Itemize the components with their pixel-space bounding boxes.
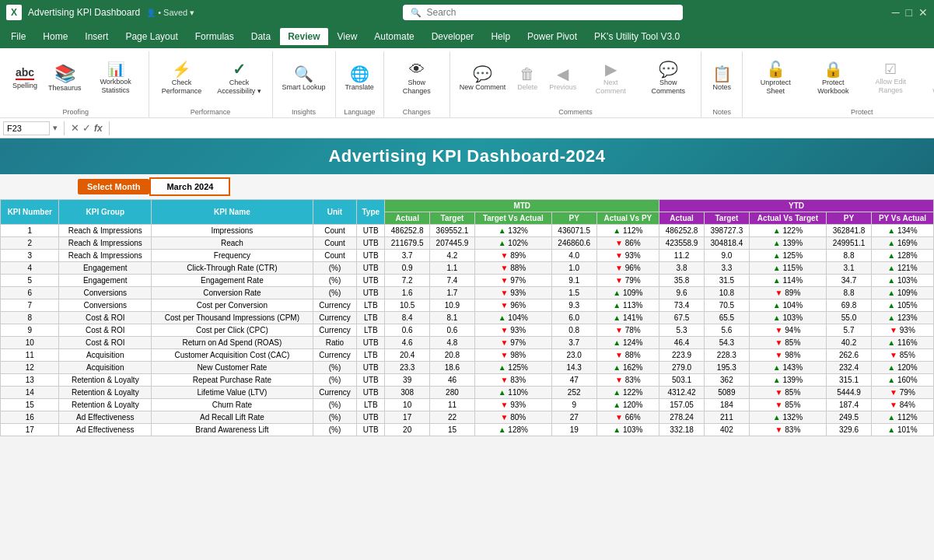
ribbon-group-comments: 💬 New Comment 🗑 Delete ◀ Previous ▶ Next… (450, 51, 702, 117)
smart-lookup-button[interactable]: 🔍 Smart Lookup (278, 63, 331, 95)
kpi-group-cell: Cost & ROI (59, 337, 152, 349)
dashboard-title: Advertising KPI Dashboard-2024 (0, 138, 934, 174)
mtd-avpy-cell: ▲ 109% (596, 287, 659, 299)
ytd-target-cell: 362 (704, 374, 749, 387)
allow-edit-ranges-button[interactable]: ☑ Allow Edit Ranges (862, 59, 918, 98)
mtd-tva-cell: ▼ 93% (474, 399, 551, 411)
mtd-py-cell: 9 (551, 399, 596, 411)
mtd-tva-cell: ▼ 96% (474, 299, 551, 312)
check-accessibility-button[interactable]: ✓ Check Accessibility ▾ (212, 58, 268, 99)
menu-developer[interactable]: Developer (424, 28, 482, 45)
ytd-py-cell: 329.6 (827, 424, 872, 436)
search-bar[interactable]: 🔍 (403, 5, 683, 20)
kpi-num-cell: 13 (1, 374, 59, 387)
unit-cell: Currency (313, 387, 357, 399)
kpi-group-cell: Retention & Loyalty (59, 374, 152, 387)
type-cell: UTB (357, 411, 385, 424)
kpi-group-header: KPI Group (59, 200, 152, 225)
ytd-py-cell: 3.1 (827, 262, 872, 275)
unshare-workbook-button[interactable]: 👤 Unshare Workbook (920, 58, 934, 99)
ytd-py-cell: 262.6 (827, 349, 872, 362)
ytd-py-cell: 55.0 (827, 312, 872, 324)
table-row: 17 Ad Effectiveness Brand Awareness Lift… (1, 424, 934, 436)
mtd-py-cell: 436071.5 (551, 225, 596, 237)
mtd-actual-cell: 0.6 (385, 324, 430, 337)
mtd-actual-cell: 486252.8 (385, 225, 430, 237)
kpi-name-cell: Customer Acquisition Cost (CAC) (152, 349, 313, 362)
translate-button[interactable]: 🌐 Translate (341, 63, 379, 95)
spelling-button[interactable]: abc Spelling (8, 64, 42, 93)
show-changes-button[interactable]: 👁 Show Changes (389, 58, 445, 99)
notes-icon: 📋 (712, 66, 732, 82)
ytd-actual-cell: 46.4 (659, 337, 705, 349)
mtd-actual-cell: 8.4 (385, 312, 430, 324)
ytd-avt-cell: ▼ 98% (749, 349, 826, 362)
menu-pk-utility[interactable]: PK's Utility Tool V3.0 (586, 28, 687, 45)
workbook-statistics-button[interactable]: 📊 Workbook Statistics (88, 59, 144, 98)
mtd-py-cell: 19 (551, 424, 596, 436)
table-row: 8 Cost & ROI Cost per Thousand Impressio… (1, 312, 934, 324)
confirm-formula-icon[interactable]: ✓ (82, 122, 91, 134)
insights-label: Insights (278, 106, 331, 116)
search-input[interactable] (426, 7, 675, 18)
previous-button[interactable]: ◀ Previous (544, 63, 581, 95)
menu-formulas[interactable]: Formulas (187, 28, 242, 45)
mtd-target-cell: 15 (430, 424, 475, 436)
kpi-num-cell: 12 (1, 362, 59, 374)
notes-buttons: 📋 Notes (706, 51, 737, 106)
unshare-workbook-label: Unshare Workbook (925, 79, 934, 96)
menu-insert[interactable]: Insert (77, 28, 116, 45)
select-month-button[interactable]: Select Month (78, 179, 149, 194)
menu-help[interactable]: Help (483, 28, 518, 45)
menu-automate[interactable]: Automate (366, 28, 422, 45)
unprotect-sheet-button[interactable]: 🔓 Unprotect Sheet (747, 58, 803, 99)
ytd-py-cell: 249.5 (827, 411, 872, 424)
ytd-pvsa-cell: ▲ 109% (871, 287, 933, 299)
ytd-pvsa-cell: ▲ 105% (871, 299, 933, 312)
show-comments-button[interactable]: 💬 Show Comments (640, 58, 696, 99)
next-comment-button[interactable]: ▶ Next Comment (582, 58, 638, 99)
kpi-num-cell: 4 (1, 262, 59, 275)
filename: Advertising KPI Dashboard (28, 7, 140, 18)
kpi-group-cell: Conversions (59, 287, 152, 299)
save-status: 👤 • Saved ▾ (146, 8, 194, 18)
menu-power-pivot[interactable]: Power Pivot (519, 28, 585, 45)
check-performance-button[interactable]: ⚡ Check Performance (154, 58, 210, 99)
kpi-name-header: KPI Name (152, 200, 313, 225)
mtd-py-cell: 23.0 (551, 349, 596, 362)
selected-month-value: March 2024 (149, 177, 230, 196)
ytd-target-cell: 54.3 (704, 337, 749, 349)
menu-data[interactable]: Data (243, 28, 278, 45)
app-logo: X (6, 5, 22, 20)
cancel-formula-icon[interactable]: ✕ (71, 122, 79, 134)
kpi-num-cell: 11 (1, 349, 59, 362)
menu-home[interactable]: Home (35, 28, 75, 45)
mtd-target-header: Target (430, 212, 475, 225)
menu-page-layout[interactable]: Page Layout (117, 28, 185, 45)
mtd-tva-cell: ▲ 128% (474, 424, 551, 436)
new-comment-button[interactable]: 💬 New Comment (455, 63, 511, 95)
check-performance-icon: ⚡ (172, 61, 191, 77)
kpi-table-wrapper[interactable]: KPI Number KPI Group KPI Name Unit Type … (0, 199, 934, 436)
menu-view[interactable]: View (330, 28, 366, 45)
expand-icon[interactable]: ▾ (53, 123, 58, 133)
notes-button[interactable]: 📋 Notes (706, 63, 737, 95)
menu-file[interactable]: File (3, 28, 33, 45)
menu-review[interactable]: Review (280, 28, 327, 45)
thesaurus-button[interactable]: 📚 Thesaurus (44, 62, 86, 96)
unit-cell: Count (313, 237, 357, 250)
delete-button[interactable]: 🗑 Delete (512, 63, 543, 95)
unit-cell: (%) (313, 424, 357, 436)
table-row: 5 Engagement Engagement Rate (%) UTB 7.2… (1, 275, 934, 287)
cell-reference[interactable] (3, 121, 50, 135)
ytd-target-header: Target (704, 212, 749, 225)
formula-fx-icon[interactable]: fx (94, 123, 103, 134)
protect-workbook-button[interactable]: 🔒 Protect Workbook (805, 58, 861, 99)
mtd-py-cell: 4.0 (551, 250, 596, 262)
title-bar: X Advertising KPI Dashboard 👤 • Saved ▾ … (0, 0, 934, 25)
kpi-group-cell: Cost & ROI (59, 324, 152, 337)
mtd-actual-cell: 20 (385, 424, 430, 436)
mtd-py-cell: 246860.6 (551, 237, 596, 250)
formula-input[interactable] (116, 122, 931, 135)
type-cell: UTB (357, 387, 385, 399)
